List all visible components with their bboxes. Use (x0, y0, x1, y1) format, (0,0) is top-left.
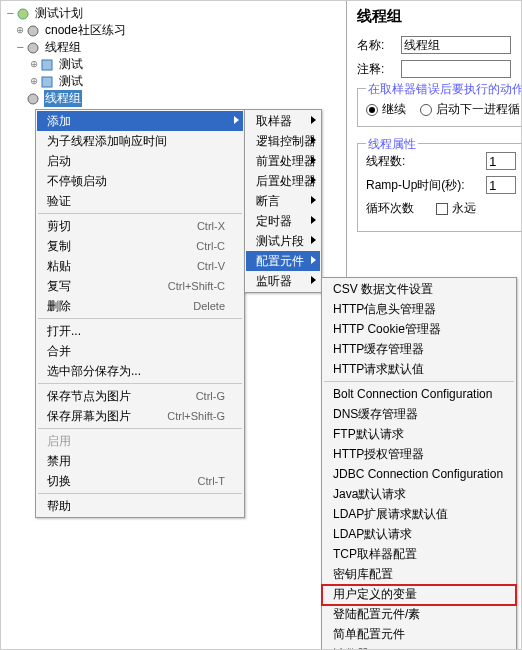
tree-node-test2[interactable]: ⊕ 测试 (5, 73, 341, 90)
menu-disable[interactable]: 禁用 (37, 451, 243, 471)
svg-point-1 (28, 26, 38, 36)
menu-separator (38, 493, 242, 494)
forever-checkbox[interactable] (436, 203, 448, 215)
menu-start-nopause[interactable]: 不停顿启动 (37, 171, 243, 191)
config-ldap-ext[interactable]: LDAP扩展请求默认值 (323, 504, 515, 524)
submenu-arrow-icon (311, 216, 316, 224)
props-legend: 线程属性 (366, 136, 418, 153)
tree-label: 测试 (58, 56, 84, 73)
menu-separator (38, 318, 242, 319)
config-http-auth[interactable]: HTTP授权管理器 (323, 444, 515, 464)
group-icon (25, 91, 41, 107)
error-legend: 在取样器错误后要执行的动作 (366, 81, 522, 98)
svg-rect-3 (42, 60, 52, 70)
menu-add[interactable]: 添加 (37, 111, 243, 131)
menu-start[interactable]: 启动 (37, 151, 243, 171)
config-http-cache[interactable]: HTTP缓存管理器 (323, 339, 515, 359)
menu-copy[interactable]: 复制Ctrl-C (37, 236, 243, 256)
svg-rect-4 (42, 77, 52, 87)
config-simple[interactable]: 简单配置元件 (323, 624, 515, 644)
tree-node-group-selected[interactable]: 线程组 (5, 90, 341, 107)
submenu-arrow-icon (311, 256, 316, 264)
radio-continue-label: 继续 (382, 101, 406, 118)
config-user-variables[interactable]: 用户定义的变量 (323, 584, 515, 604)
submenu-add[interactable]: 取样器 逻辑控制器 前置处理器 后置处理器 断言 定时器 测试片段 配置元件 监… (244, 109, 322, 293)
panel-title: 线程组 (357, 7, 522, 26)
tree-node-cnode[interactable]: ⊕ cnode社区练习 (5, 22, 341, 39)
menu-cut[interactable]: 剪切Ctrl-X (37, 216, 243, 236)
config-http-header[interactable]: HTTP信息头管理器 (323, 299, 515, 319)
config-tcp[interactable]: TCP取样器配置 (323, 544, 515, 564)
menu-merge[interactable]: 合并 (37, 341, 243, 361)
loop-label: 循环次数 (366, 200, 436, 217)
threads-label: 线程数: (366, 153, 486, 170)
submenu-post[interactable]: 后置处理器 (246, 171, 320, 191)
menu-delete[interactable]: 删除Delete (37, 296, 243, 316)
forever-label: 永远 (452, 200, 476, 217)
tree-root[interactable]: − 测试计划 (5, 5, 341, 22)
menu-save-screen-image[interactable]: 保存屏幕为图片Ctrl+Shift-G (37, 406, 243, 426)
ramp-input[interactable] (486, 176, 516, 194)
menu-add-time[interactable]: 为子线程添加响应时间 (37, 131, 243, 151)
error-action-fieldset: 在取样器错误后要执行的动作 继续 启动下一进程循 (357, 88, 522, 127)
menu-duplicate[interactable]: 复写Ctrl+Shift-C (37, 276, 243, 296)
config-java[interactable]: Java默认请求 (323, 484, 515, 504)
menu-toggle[interactable]: 切换Ctrl-T (37, 471, 243, 491)
submenu-fragment[interactable]: 测试片段 (246, 231, 320, 251)
submenu-arrow-icon (311, 176, 316, 184)
submenu-arrow-icon (311, 236, 316, 244)
thread-props-fieldset: 线程属性 线程数: Ramp-Up时间(秒): 循环次数 永远 (357, 143, 522, 232)
tree-node-group[interactable]: − 线程组 (5, 39, 341, 56)
config-http-default[interactable]: HTTP请求默认值 (323, 359, 515, 379)
name-label: 名称: (357, 37, 401, 54)
config-http-cookie[interactable]: HTTP Cookie管理器 (323, 319, 515, 339)
config-login[interactable]: 登陆配置元件/素 (323, 604, 515, 624)
submenu-arrow-icon (311, 136, 316, 144)
leaf-icon (15, 90, 25, 107)
menu-help[interactable]: 帮助 (37, 496, 243, 516)
config-jdbc[interactable]: JDBC Connection Configuration (323, 464, 515, 484)
radio-continue[interactable] (366, 104, 378, 116)
config-counter[interactable]: 计数器 (323, 644, 515, 650)
menu-separator (38, 428, 242, 429)
name-input[interactable] (401, 36, 511, 54)
config-keystore[interactable]: 密钥库配置 (323, 564, 515, 584)
config-dns[interactable]: DNS缓存管理器 (323, 404, 515, 424)
svg-point-5 (28, 94, 38, 104)
collapse-icon[interactable]: − (15, 39, 25, 56)
submenu-assert[interactable]: 断言 (246, 191, 320, 211)
menu-validate[interactable]: 验证 (37, 191, 243, 211)
tree-label: cnode社区练习 (44, 22, 127, 39)
submenu-listener[interactable]: 监听器 (246, 271, 320, 291)
radio-next[interactable] (420, 104, 432, 116)
submenu-sampler[interactable]: 取样器 (246, 111, 320, 131)
collapse-icon[interactable]: ⊕ (15, 22, 25, 39)
submenu-timer[interactable]: 定时器 (246, 211, 320, 231)
threads-input[interactable] (486, 152, 516, 170)
config-bolt[interactable]: Bolt Connection Configuration (323, 384, 515, 404)
menu-open[interactable]: 打开... (37, 321, 243, 341)
submenu-logic[interactable]: 逻辑控制器 (246, 131, 320, 151)
menu-save-selection[interactable]: 选中部分保存为... (37, 361, 243, 381)
tree-label: 测试 (58, 73, 84, 90)
submenu-config[interactable]: 配置元件 (246, 251, 320, 271)
submenu-arrow-icon (311, 116, 316, 124)
tree-label: 测试计划 (34, 5, 84, 22)
collapse-icon[interactable]: − (5, 5, 15, 22)
menu-save-node-image[interactable]: 保存节点为图片Ctrl-G (37, 386, 243, 406)
config-csv[interactable]: CSV 数据文件设置 (323, 279, 515, 299)
svg-point-0 (18, 9, 28, 19)
context-menu[interactable]: 添加 为子线程添加响应时间 启动 不停顿启动 验证 剪切Ctrl-X 复制Ctr… (35, 109, 245, 518)
menu-paste[interactable]: 粘贴Ctrl-V (37, 256, 243, 276)
submenu-pre[interactable]: 前置处理器 (246, 151, 320, 171)
submenu-arrow-icon (311, 196, 316, 204)
submenu-config-elements[interactable]: CSV 数据文件设置 HTTP信息头管理器 HTTP Cookie管理器 HTT… (321, 277, 517, 650)
submenu-arrow-icon (234, 116, 239, 124)
config-ldap[interactable]: LDAP默认请求 (323, 524, 515, 544)
menu-enable[interactable]: 启用 (37, 431, 243, 451)
menu-separator (38, 383, 242, 384)
tree-node-test1[interactable]: ⊕ 测试 (5, 56, 341, 73)
sampler-icon (39, 57, 55, 73)
comment-input[interactable] (401, 60, 511, 78)
config-ftp[interactable]: FTP默认请求 (323, 424, 515, 444)
